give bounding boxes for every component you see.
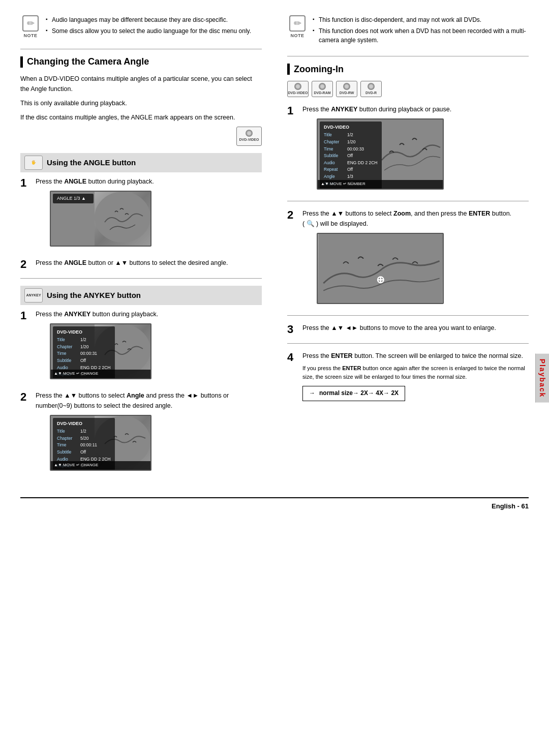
divider-4: [287, 201, 529, 201]
step-zoom-4-text1: Press the: [302, 352, 331, 359]
step-anykey-1: 1 Press the ANYKEY button during playbac…: [20, 309, 262, 383]
step-angle-2: 2 Press the ANGLE button or ▲▼ buttons t…: [20, 258, 262, 271]
disc-icon-rw: [343, 83, 350, 90]
screen-bottom-text-2: ▲▼ MOVE ↵ CHANGE: [54, 462, 98, 469]
subsection-angle-header: 🖐 Using the ANGLE button: [20, 153, 262, 172]
playback-p-letter: P: [538, 358, 546, 364]
step-zoom-3-text: Press the ▲▼ ◄► buttons to move to the a…: [302, 324, 496, 331]
screen-bottom-text-1: ▲▼ MOVE ↵ CHANGE: [54, 371, 98, 377]
divider-2: [20, 278, 262, 279]
screen-title-1: DVD-VIDEO: [57, 328, 111, 336]
intro-para-3: If the disc contains multiple angles, th…: [20, 112, 262, 123]
playback-label: layback: [538, 364, 546, 397]
intro-para-1: When a DVD-VIDEO contains multiple angle…: [20, 74, 262, 94]
angle-overlay: ANGLE 1/3 ▲: [53, 194, 94, 204]
step-zoom-2-note: ( 🔍 ) will be displayed.: [302, 220, 368, 227]
info-row-time: Time00:00:31: [57, 350, 111, 357]
note-label-right: NOTE: [290, 33, 304, 40]
zoom-screen1-overlay: DVD-VIDEO Title1/2 Chapter1/20 Time00:00…: [320, 122, 382, 189]
step-zoom-1: 1 Press the ANYKEY button during playbac…: [287, 104, 529, 194]
birds-bg-zoom1: [377, 119, 443, 189]
dvd-badge-rw: DVD-RW: [336, 81, 357, 97]
step-zoom-num-2: 2: [287, 208, 297, 222]
subsection-anykey: ANYKEY Using the ANYKEY button 1 Press t…: [20, 286, 262, 475]
playback-tab: Playback: [535, 353, 549, 403]
dvd-badge-video-label: DVD-VIDEO: [288, 91, 308, 95]
section-title-zoom: Zooming-In: [294, 64, 344, 75]
zoom-arrow-left: →: [309, 388, 315, 398]
angle-badge: 🖐: [24, 156, 43, 170]
dvd-badges-row: DVD-VIDEO DVD-RAM DVD-RW DVD-R: [287, 81, 529, 97]
step-anykey-2-text1: Press the ▲▼ buttons to select: [36, 392, 127, 399]
step-angle-1-text: Press the: [36, 178, 64, 185]
subsection-angle-title: Using the ANGLE button: [47, 158, 136, 167]
step-angle-2-suffix: button or ▲▼ buttons to select the desir…: [86, 259, 228, 266]
zoom-bg-2: [318, 234, 443, 303]
divider-3: [287, 56, 529, 56]
section-heading-camera-angle: Changing the Camera Angle: [20, 56, 262, 68]
step-zoom-num-3: 3: [287, 323, 297, 336]
step-zoom-1-suffix: button during playback or pause.: [357, 106, 451, 113]
step-angle-1: 1 Press the ANGLE button during playback…: [20, 176, 262, 251]
note-icon-right: ✏ NOTE: [287, 15, 308, 40]
zoom-diagram: → normal size→ 2X→ 4X→ 2X: [302, 386, 405, 401]
screen-angle-1: ANGLE 1/3 ▲: [50, 191, 151, 247]
left-column: ✏ NOTE Audio languages may be different …: [20, 15, 267, 482]
step-zoom-2-content: Press the ▲▼ buttons to select Zoom, and…: [302, 208, 529, 308]
step-zoom-1-content: Press the ANYKEY button during playback …: [302, 104, 529, 194]
screen-zoom-2: ⊕: [317, 233, 444, 304]
disc-icon-r: [368, 83, 375, 90]
note-right-item-1: This function is disc-dependent, and may…: [313, 15, 529, 24]
note-content-right: This function is disc-dependent, and may…: [313, 15, 529, 47]
note-item-1: Audio languages may be different because…: [46, 15, 251, 24]
step-zoom-2-bold: Zoom: [393, 210, 411, 217]
step-angle-1-bold: ANGLE: [64, 178, 86, 185]
step-zoom-2-text2: , and then press the: [411, 210, 469, 217]
page-number: English - 61: [492, 502, 529, 510]
zoom-screen-bottom-1: ▲▼ MOVE ↵ NUMBER: [318, 180, 443, 189]
step-zoom-4-note: If you press the ENTER button once again…: [302, 364, 529, 381]
step-zoom-4-suffix: button. The screen will be enlarged to t…: [353, 352, 523, 359]
subsection-anykey-title: Using the ANYKEY button: [47, 291, 141, 299]
dvd-badge-video: DVD-VIDEO: [287, 81, 309, 97]
step-anykey-1-suffix: button during playback.: [90, 311, 158, 318]
step-anykey-1-bold: ANYKEY: [64, 311, 90, 318]
step-zoom-4-bold: ENTER: [331, 352, 352, 359]
dvd-single-badge: DVD-VIDEO: [20, 127, 262, 146]
dvd-video-badge: DVD-VIDEO: [236, 127, 262, 146]
screen-zoom-1: DVD-VIDEO Title1/2 Chapter1/20 Time00:00…: [317, 118, 444, 190]
note-right-item-2: This function does not work when a DVD h…: [313, 26, 529, 45]
step-angle-2-content: Press the ANGLE button or ▲▼ buttons to …: [36, 258, 262, 268]
zoom-diagram-text: normal size→ 2X→ 4X→ 2X: [319, 388, 399, 398]
note-content-left: Audio languages may be different because…: [46, 15, 251, 38]
step-angle-2-bold: ANGLE: [64, 259, 86, 266]
screen-bottom-1: ▲▼ MOVE ↵ CHANGE: [51, 370, 150, 378]
step-zoom-3-content: Press the ▲▼ ◄► buttons to move to the a…: [302, 323, 529, 333]
section-heading-zoom: Zooming-In: [287, 64, 529, 75]
heading-bar: [20, 56, 23, 68]
note-pencil-icon-right: ✏: [289, 15, 306, 32]
dvd-badge-rw-label: DVD-RW: [340, 91, 354, 95]
birds-bg-1: [95, 192, 150, 246]
step-anykey-2-bold1: Angle: [127, 392, 144, 399]
note-box-right: ✏ NOTE This function is disc-dependent, …: [287, 15, 529, 47]
step-zoom-4: 4 Press the ENTER button. The screen wil…: [287, 351, 529, 406]
screen-anykey-1: DVD-VIDEO Title1/2 Chapter1/20 Time00:00…: [50, 323, 151, 379]
heading-bar-right: [287, 64, 290, 75]
dvd-badge-label: DVD-VIDEO: [239, 138, 259, 142]
dvd-badge-r: DVD-R: [360, 81, 382, 97]
step-angle-1-suffix: button during playback.: [86, 178, 154, 185]
subsection-angle: 🖐 Using the ANGLE button 1 Press the ANG…: [20, 153, 262, 271]
dvd-badge-ram-label: DVD-RAM: [314, 91, 330, 95]
step-zoom-1-text: Press the: [302, 106, 331, 113]
step-zoom-num-4: 4: [287, 351, 297, 364]
right-column: ✏ NOTE This function is disc-dependent, …: [282, 15, 529, 482]
step-angle-2-text: Press the: [36, 259, 64, 266]
svg-rect-4: [319, 234, 442, 303]
angle-overlay-text: ANGLE 1/3 ▲: [57, 196, 86, 201]
note-label-left: NOTE: [23, 33, 37, 40]
svg-rect-3: [377, 119, 443, 190]
step-anykey-1-content: Press the ANYKEY button during playback.: [36, 309, 262, 383]
anykey-badge: ANYKEY: [24, 288, 43, 303]
step-zoom-4-content: Press the ENTER button. The screen will …: [302, 351, 529, 406]
